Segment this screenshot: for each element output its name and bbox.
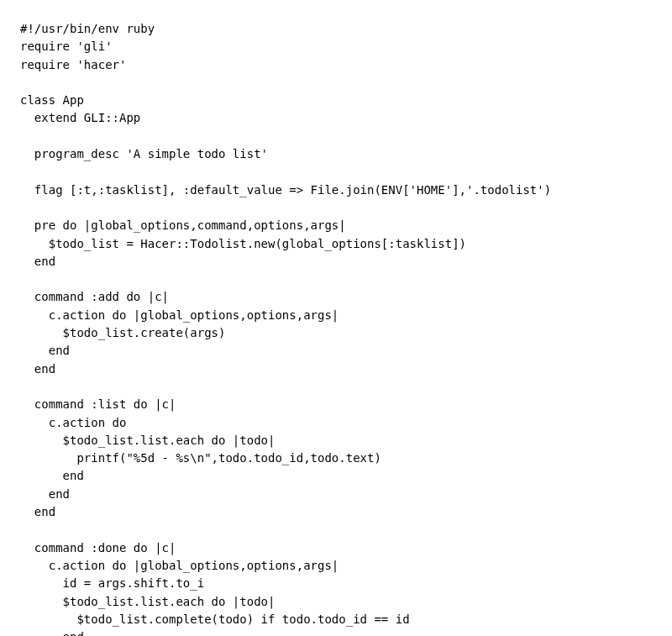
code-block: #!/usr/bin/env ruby require 'gli' requir… — [20, 20, 652, 636]
ruby-source: #!/usr/bin/env ruby require 'gli' requir… — [20, 22, 551, 636]
